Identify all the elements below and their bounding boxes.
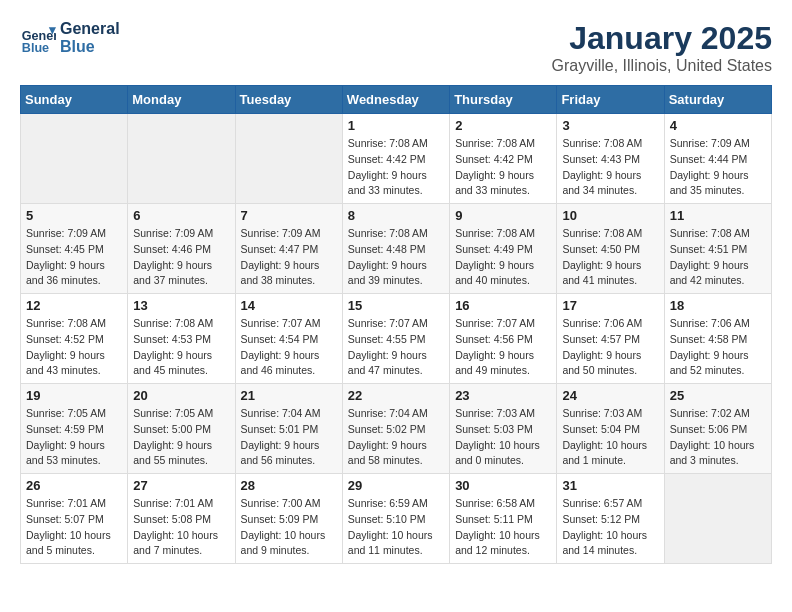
day-number: 24 <box>562 388 658 403</box>
weekday-header-friday: Friday <box>557 86 664 114</box>
day-info: Sunrise: 7:08 AM Sunset: 4:50 PM Dayligh… <box>562 226 658 289</box>
logo-icon: General Blue <box>20 20 56 56</box>
day-info: Sunrise: 7:08 AM Sunset: 4:53 PM Dayligh… <box>133 316 229 379</box>
day-info: Sunrise: 7:08 AM Sunset: 4:52 PM Dayligh… <box>26 316 122 379</box>
day-info: Sunrise: 7:09 AM Sunset: 4:46 PM Dayligh… <box>133 226 229 289</box>
day-cell: 25Sunrise: 7:02 AM Sunset: 5:06 PM Dayli… <box>664 384 771 474</box>
day-cell: 13Sunrise: 7:08 AM Sunset: 4:53 PM Dayli… <box>128 294 235 384</box>
day-info: Sunrise: 7:00 AM Sunset: 5:09 PM Dayligh… <box>241 496 337 559</box>
day-number: 12 <box>26 298 122 313</box>
day-cell: 15Sunrise: 7:07 AM Sunset: 4:55 PM Dayli… <box>342 294 449 384</box>
day-info: Sunrise: 7:04 AM Sunset: 5:02 PM Dayligh… <box>348 406 444 469</box>
day-cell: 28Sunrise: 7:00 AM Sunset: 5:09 PM Dayli… <box>235 474 342 564</box>
weekday-header-saturday: Saturday <box>664 86 771 114</box>
day-cell: 9Sunrise: 7:08 AM Sunset: 4:49 PM Daylig… <box>450 204 557 294</box>
day-info: Sunrise: 7:08 AM Sunset: 4:43 PM Dayligh… <box>562 136 658 199</box>
week-row-4: 19Sunrise: 7:05 AM Sunset: 4:59 PM Dayli… <box>21 384 772 474</box>
day-info: Sunrise: 7:09 AM Sunset: 4:44 PM Dayligh… <box>670 136 766 199</box>
day-number: 29 <box>348 478 444 493</box>
logo-text: General Blue <box>60 20 120 55</box>
day-cell: 12Sunrise: 7:08 AM Sunset: 4:52 PM Dayli… <box>21 294 128 384</box>
weekday-header-row: SundayMondayTuesdayWednesdayThursdayFrid… <box>21 86 772 114</box>
day-number: 3 <box>562 118 658 133</box>
day-number: 25 <box>670 388 766 403</box>
day-number: 28 <box>241 478 337 493</box>
day-number: 13 <box>133 298 229 313</box>
day-number: 22 <box>348 388 444 403</box>
day-info: Sunrise: 7:06 AM Sunset: 4:58 PM Dayligh… <box>670 316 766 379</box>
day-number: 26 <box>26 478 122 493</box>
day-info: Sunrise: 7:09 AM Sunset: 4:45 PM Dayligh… <box>26 226 122 289</box>
day-number: 20 <box>133 388 229 403</box>
day-cell: 7Sunrise: 7:09 AM Sunset: 4:47 PM Daylig… <box>235 204 342 294</box>
day-info: Sunrise: 7:08 AM Sunset: 4:49 PM Dayligh… <box>455 226 551 289</box>
day-cell: 3Sunrise: 7:08 AM Sunset: 4:43 PM Daylig… <box>557 114 664 204</box>
day-number: 1 <box>348 118 444 133</box>
day-cell <box>21 114 128 204</box>
weekday-header-monday: Monday <box>128 86 235 114</box>
svg-text:Blue: Blue <box>22 41 49 55</box>
day-info: Sunrise: 7:04 AM Sunset: 5:01 PM Dayligh… <box>241 406 337 469</box>
day-info: Sunrise: 7:08 AM Sunset: 4:42 PM Dayligh… <box>348 136 444 199</box>
day-number: 6 <box>133 208 229 223</box>
day-info: Sunrise: 7:05 AM Sunset: 5:00 PM Dayligh… <box>133 406 229 469</box>
day-cell: 20Sunrise: 7:05 AM Sunset: 5:00 PM Dayli… <box>128 384 235 474</box>
day-info: Sunrise: 7:08 AM Sunset: 4:51 PM Dayligh… <box>670 226 766 289</box>
day-number: 8 <box>348 208 444 223</box>
calendar-table: SundayMondayTuesdayWednesdayThursdayFrid… <box>20 85 772 564</box>
week-row-3: 12Sunrise: 7:08 AM Sunset: 4:52 PM Dayli… <box>21 294 772 384</box>
day-number: 11 <box>670 208 766 223</box>
day-cell: 17Sunrise: 7:06 AM Sunset: 4:57 PM Dayli… <box>557 294 664 384</box>
day-number: 10 <box>562 208 658 223</box>
weekday-header-thursday: Thursday <box>450 86 557 114</box>
day-number: 17 <box>562 298 658 313</box>
day-cell: 22Sunrise: 7:04 AM Sunset: 5:02 PM Dayli… <box>342 384 449 474</box>
calendar-title: January 2025 <box>551 20 772 57</box>
logo: General Blue General Blue <box>20 20 120 56</box>
day-cell: 5Sunrise: 7:09 AM Sunset: 4:45 PM Daylig… <box>21 204 128 294</box>
day-info: Sunrise: 7:01 AM Sunset: 5:08 PM Dayligh… <box>133 496 229 559</box>
weekday-header-sunday: Sunday <box>21 86 128 114</box>
header: General Blue General Blue January 2025 G… <box>20 20 772 75</box>
day-info: Sunrise: 7:09 AM Sunset: 4:47 PM Dayligh… <box>241 226 337 289</box>
weekday-header-wednesday: Wednesday <box>342 86 449 114</box>
day-cell: 10Sunrise: 7:08 AM Sunset: 4:50 PM Dayli… <box>557 204 664 294</box>
day-info: Sunrise: 7:06 AM Sunset: 4:57 PM Dayligh… <box>562 316 658 379</box>
day-cell: 30Sunrise: 6:58 AM Sunset: 5:11 PM Dayli… <box>450 474 557 564</box>
day-number: 14 <box>241 298 337 313</box>
day-info: Sunrise: 7:01 AM Sunset: 5:07 PM Dayligh… <box>26 496 122 559</box>
day-info: Sunrise: 6:57 AM Sunset: 5:12 PM Dayligh… <box>562 496 658 559</box>
day-cell: 8Sunrise: 7:08 AM Sunset: 4:48 PM Daylig… <box>342 204 449 294</box>
day-info: Sunrise: 6:58 AM Sunset: 5:11 PM Dayligh… <box>455 496 551 559</box>
day-cell: 24Sunrise: 7:03 AM Sunset: 5:04 PM Dayli… <box>557 384 664 474</box>
day-cell: 2Sunrise: 7:08 AM Sunset: 4:42 PM Daylig… <box>450 114 557 204</box>
day-cell: 23Sunrise: 7:03 AM Sunset: 5:03 PM Dayli… <box>450 384 557 474</box>
day-info: Sunrise: 7:08 AM Sunset: 4:48 PM Dayligh… <box>348 226 444 289</box>
day-number: 18 <box>670 298 766 313</box>
day-info: Sunrise: 7:02 AM Sunset: 5:06 PM Dayligh… <box>670 406 766 469</box>
day-info: Sunrise: 6:59 AM Sunset: 5:10 PM Dayligh… <box>348 496 444 559</box>
day-cell: 31Sunrise: 6:57 AM Sunset: 5:12 PM Dayli… <box>557 474 664 564</box>
day-number: 15 <box>348 298 444 313</box>
day-info: Sunrise: 7:07 AM Sunset: 4:54 PM Dayligh… <box>241 316 337 379</box>
day-number: 23 <box>455 388 551 403</box>
day-cell: 29Sunrise: 6:59 AM Sunset: 5:10 PM Dayli… <box>342 474 449 564</box>
day-info: Sunrise: 7:08 AM Sunset: 4:42 PM Dayligh… <box>455 136 551 199</box>
day-cell: 18Sunrise: 7:06 AM Sunset: 4:58 PM Dayli… <box>664 294 771 384</box>
day-cell: 27Sunrise: 7:01 AM Sunset: 5:08 PM Dayli… <box>128 474 235 564</box>
week-row-1: 1Sunrise: 7:08 AM Sunset: 4:42 PM Daylig… <box>21 114 772 204</box>
day-number: 30 <box>455 478 551 493</box>
day-info: Sunrise: 7:03 AM Sunset: 5:03 PM Dayligh… <box>455 406 551 469</box>
day-number: 19 <box>26 388 122 403</box>
day-cell: 14Sunrise: 7:07 AM Sunset: 4:54 PM Dayli… <box>235 294 342 384</box>
weekday-header-tuesday: Tuesday <box>235 86 342 114</box>
day-number: 31 <box>562 478 658 493</box>
week-row-2: 5Sunrise: 7:09 AM Sunset: 4:45 PM Daylig… <box>21 204 772 294</box>
title-area: January 2025 Grayville, Illinois, United… <box>551 20 772 75</box>
day-cell: 6Sunrise: 7:09 AM Sunset: 4:46 PM Daylig… <box>128 204 235 294</box>
day-number: 27 <box>133 478 229 493</box>
day-cell: 4Sunrise: 7:09 AM Sunset: 4:44 PM Daylig… <box>664 114 771 204</box>
day-info: Sunrise: 7:07 AM Sunset: 4:56 PM Dayligh… <box>455 316 551 379</box>
day-cell: 26Sunrise: 7:01 AM Sunset: 5:07 PM Dayli… <box>21 474 128 564</box>
day-cell: 19Sunrise: 7:05 AM Sunset: 4:59 PM Dayli… <box>21 384 128 474</box>
